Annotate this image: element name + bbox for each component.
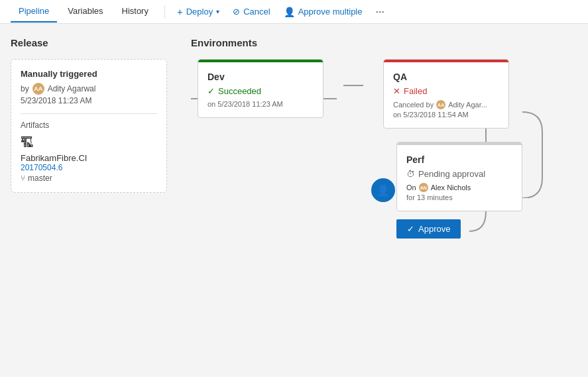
release-section-title: Release [11, 37, 167, 48]
env-card-dev: Dev ✓ Succeeded on 5/23/2018 11:23 AM [198, 59, 323, 118]
branch-icon: ⑂ [21, 174, 25, 183]
perf-status: ⏱ Pending approval [406, 169, 512, 179]
approval-person-icon: 👤 [377, 184, 390, 197]
qa-perf-connector-svg [522, 92, 549, 198]
approve-multiple-label: Approve multiple [298, 7, 363, 17]
qa-column: QA ✕ Failed Canceled by AA Adity Agar...… [383, 59, 522, 239]
release-date: 5/23/2018 11:23 AM [21, 96, 157, 105]
qa-canceled-on: on 5/23/2018 11:54 AM [393, 111, 499, 119]
artifact-icon: 🏗 [21, 135, 157, 150]
tab-history[interactable]: History [114, 1, 156, 23]
dev-status-icon: ✓ [207, 86, 215, 96]
approve-checkmark-icon: ✓ [407, 224, 414, 234]
cancel-button[interactable]: ⊘ Cancel [226, 4, 276, 19]
perf-duration: for 13 minutes [406, 193, 512, 201]
env-card-qa: QA ✕ Failed Canceled by AA Adity Agar...… [383, 59, 509, 129]
perf-status-icon: ⏱ [406, 169, 415, 179]
perf-user-avatar: AN [419, 183, 428, 192]
approve-multiple-icon: 👤 [284, 7, 295, 17]
perf-user-info: On AN Alex Nichols [406, 183, 512, 192]
approval-icon: 👤 [371, 178, 395, 202]
on-label: On [406, 184, 416, 191]
user-name: Adity Agarwal [48, 84, 96, 93]
qa-canceled-by: Canceled by AA Adity Agar... [393, 100, 499, 109]
nav-divider [164, 5, 165, 19]
qa-name: QA [393, 72, 499, 82]
environments-flow: Dev ✓ Succeeded on 5/23/2018 11:23 AM QA [191, 59, 575, 239]
canceled-label: Canceled by [393, 101, 434, 109]
tab-pipeline[interactable]: Pipeline [11, 1, 57, 23]
cancel-label: Cancel [243, 7, 270, 17]
qa-user-avatar: AA [436, 100, 445, 109]
branch-name: master [28, 174, 52, 183]
approve-multiple-button[interactable]: 👤 Approve multiple [277, 4, 369, 20]
qa-status: ✕ Failed [393, 86, 499, 96]
release-trigger: Manually triggered [21, 69, 157, 79]
perf-user-name: Alex Nichols [431, 184, 471, 191]
approve-button[interactable]: ✓ Approve [396, 219, 461, 239]
user-avatar: AA [32, 83, 44, 95]
deploy-label: Deploy [186, 7, 213, 17]
right-panel: Environments Dev ✓ Su [178, 24, 588, 377]
release-meta: by AA Adity Agarwal [21, 83, 157, 95]
deploy-chevron-icon: ▾ [216, 8, 219, 15]
perf-card-wrapper: 👤 Perf ⏱ Pending approval On AN Al [383, 142, 522, 239]
qa-status-label: Failed [404, 86, 427, 96]
environments-section-title: Environments [191, 37, 575, 48]
tab-variables[interactable]: Variables [60, 1, 111, 23]
qa-status-icon: ✕ [393, 86, 400, 96]
env-card-perf: Perf ⏱ Pending approval On AN Alex Nicho… [396, 142, 522, 211]
cancel-icon: ⊘ [233, 7, 240, 17]
main-content: Release Manually triggered by AA Adity A… [0, 24, 588, 377]
dev-status-label: Succeeded [218, 86, 261, 96]
deploy-icon: + [177, 6, 183, 17]
dev-timestamp: on 5/23/2018 11:23 AM [207, 100, 314, 108]
dev-name: Dev [207, 72, 314, 82]
approve-label: Approve [418, 224, 450, 234]
artifact-branch: ⑂ master [21, 174, 157, 183]
dev-qa-connector [343, 59, 363, 112]
perf-name: Perf [406, 154, 512, 165]
connector-line [343, 85, 363, 86]
dev-status: ✓ Succeeded [207, 86, 314, 96]
artifacts-label: Artifacts [21, 121, 157, 130]
perf-status-label: Pending approval [418, 169, 485, 179]
env-row-top: Dev ✓ Succeeded on 5/23/2018 11:23 AM QA [191, 59, 575, 239]
more-button[interactable]: ··· [371, 3, 388, 21]
top-nav: Pipeline Variables History + Deploy ▾ ⊘ … [0, 0, 588, 24]
qa-user-name: Adity Agar... [448, 101, 487, 109]
deploy-button[interactable]: + Deploy ▾ [170, 3, 226, 20]
by-label: by [21, 84, 29, 93]
left-panel: Release Manually triggered by AA Adity A… [0, 24, 178, 377]
release-divider [21, 113, 157, 114]
artifact-version[interactable]: 20170504.6 [21, 163, 157, 172]
artifact-name: FabrikamFibre.CI [21, 153, 157, 163]
release-card: Manually triggered by AA Adity Agarwal 5… [11, 59, 167, 193]
